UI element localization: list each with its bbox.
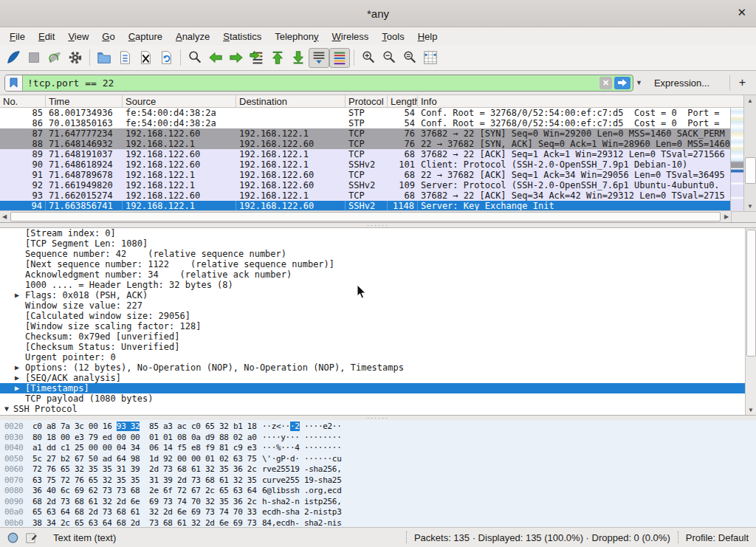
detail-line[interactable]: [Calculated window size: 29056] (0, 311, 756, 321)
detail-line[interactable]: Checksum: 0x79ed [unverified] (0, 331, 756, 342)
packet-row-88[interactable]: 8871.648146932192.168.122.1192.168.122.6… (0, 139, 731, 149)
column-header-no[interactable]: No. (0, 95, 46, 107)
menu-edit[interactable]: Edit (32, 30, 61, 44)
packet-row-89[interactable]: 8971.648191037192.168.122.60192.168.122.… (0, 149, 731, 159)
details-vertical-scrollbar[interactable]: ▼ (745, 228, 756, 415)
go-first-packet-button[interactable] (267, 48, 288, 68)
go-last-packet-button[interactable] (288, 48, 309, 68)
packet-row-87[interactable]: 8771.647777234192.168.122.60192.168.122.… (0, 128, 731, 139)
menu-analyze[interactable]: Analyze (169, 30, 216, 44)
open-file-button[interactable] (94, 48, 114, 68)
column-header-protocol[interactable]: Protocol (346, 95, 388, 107)
expand-arrow-icon[interactable]: ▶ (15, 383, 19, 393)
packet-row-94-selected[interactable]: 9471.663856741192.168.122.1192.168.122.6… (0, 201, 731, 211)
expand-arrow-icon[interactable]: ▶ (15, 362, 19, 373)
detail-line[interactable]: [Next sequence number: 1122 (relative se… (0, 259, 756, 269)
capture-options-button[interactable] (65, 48, 86, 68)
hex-row[interactable]: 007063 75 72 76 65 32 35 35 31 39 2d 73 … (0, 475, 756, 486)
filter-bookmark-button[interactable] (5, 75, 23, 91)
detail-line[interactable]: [Stream index: 0] (0, 228, 756, 238)
hex-row[interactable]: 0040a1 dd c1 25 00 00 04 34 06 14 f5 e8 … (0, 443, 756, 454)
menu-statistics[interactable]: Statistics (216, 30, 268, 44)
detail-line[interactable]: Urgent pointer: 0 (0, 352, 756, 362)
filter-history-caret-icon[interactable]: ▼ (636, 79, 642, 86)
expression-button[interactable]: Expression... (654, 78, 709, 89)
scroll-left-icon[interactable]: ◀ (0, 213, 9, 220)
restart-capture-button[interactable] (44, 48, 65, 68)
detail-line-ssh-version[interactable]: ▶SSH Version 2 (encryption:chacha20-poly… (0, 414, 756, 416)
detail-line[interactable]: 1000 .... = Header Length: 32 bytes (8) (0, 280, 756, 290)
detail-line[interactable]: Acknowledgment number: 34 (relative ack … (0, 269, 756, 280)
column-header-source[interactable]: Source (123, 95, 236, 107)
column-header-info[interactable]: Info (418, 95, 744, 107)
hex-row[interactable]: 003080 18 00 e3 79 ed 00 00 01 01 08 0a … (0, 433, 756, 444)
filter-clear-button[interactable]: ✕ (599, 77, 612, 89)
packet-row-85[interactable]: 8568.001734936fe:54:00:d4:38:2aSTP54Conf… (0, 108, 731, 118)
menu-file[interactable]: File (3, 30, 32, 44)
packet-row-93[interactable]: 9371.662015274192.168.122.60192.168.122.… (0, 190, 731, 201)
hex-row[interactable]: 006072 76 65 32 35 35 31 39 2d 73 68 61 … (0, 464, 756, 475)
scrollbar-thumb[interactable] (746, 230, 756, 357)
hex-row[interactable]: 008036 40 6c 69 62 73 73 68 2e 6f 72 67 … (0, 486, 756, 497)
detail-line-options[interactable]: ▶Options: (12 bytes), No-Operation (NOP)… (0, 362, 756, 373)
intelligent-scrollbar-minimap[interactable] (730, 108, 744, 211)
detail-line-flags[interactable]: ▶Flags: 0x018 (PSH, ACK) (0, 290, 756, 300)
detail-line[interactable]: TCP payload (1080 bytes) (0, 393, 756, 404)
scroll-down-icon[interactable]: ▼ (744, 201, 756, 211)
go-forward-button[interactable] (226, 48, 247, 68)
column-header-destination[interactable]: Destination (236, 95, 346, 107)
stop-capture-button[interactable] (24, 48, 44, 68)
packet-list-vertical-scrollbar[interactable]: ▲ ▼ (743, 95, 756, 211)
menu-view[interactable]: View (61, 30, 95, 44)
resize-columns-button[interactable] (420, 48, 441, 68)
zoom-out-button[interactable] (379, 48, 399, 68)
auto-scroll-button[interactable] (309, 48, 329, 68)
column-header-time[interactable]: Time (46, 95, 123, 107)
filter-apply-button[interactable] (614, 77, 630, 89)
packet-list-horizontal-scrollbar[interactable]: ◀ ▶ (0, 210, 731, 222)
close-file-button[interactable] (135, 48, 156, 68)
save-file-button[interactable] (114, 48, 135, 68)
detail-line[interactable]: Window size value: 227 (0, 300, 756, 311)
scroll-right-icon[interactable]: ▶ (722, 213, 731, 220)
hex-row[interactable]: 009068 2d 73 68 61 32 2d 6e 69 73 74 70 … (0, 497, 756, 508)
filter-text[interactable]: !tcp.port == 22 (23, 78, 599, 89)
reload-file-button[interactable] (156, 48, 176, 68)
profile-button[interactable]: Profile: Default (686, 532, 756, 543)
capture-comment-button[interactable] (26, 532, 37, 543)
packet-row-91[interactable]: 9171.648789678192.168.122.1192.168.122.6… (0, 170, 731, 180)
hex-row[interactable]: 0020c0 a8 7a 3c 00 16 93 32 85 a3 ac c0 … (0, 422, 756, 433)
add-filter-button[interactable]: + (729, 75, 752, 90)
expert-info-button[interactable] (7, 532, 18, 543)
scrollbar-thumb[interactable] (10, 212, 721, 221)
start-capture-button[interactable] (3, 48, 24, 68)
display-filter-input[interactable]: !tcp.port == 22 ✕ (4, 75, 633, 92)
find-packet-button[interactable] (185, 48, 205, 68)
hex-row[interactable]: 00a065 63 64 68 2d 73 68 61 32 2d 6e 69 … (0, 507, 756, 518)
packet-row-90[interactable]: 9071.648618924192.168.122.60192.168.122.… (0, 159, 731, 170)
hex-row[interactable]: 00b038 34 2c 65 63 64 68 2d 73 68 61 32 … (0, 518, 756, 529)
expand-arrow-icon[interactable]: ▶ (15, 414, 19, 416)
zoom-in-button[interactable] (358, 48, 379, 68)
hex-row[interactable]: 00505c 27 b2 67 50 ad 64 98 1d 92 00 00 … (0, 454, 756, 465)
menu-telephony[interactable]: Telephony (268, 30, 325, 44)
scroll-up-icon[interactable]: ▲ (744, 95, 756, 106)
packet-row-86[interactable]: 8670.013850163fe:54:00:d4:38:2aSTP54Conf… (0, 118, 731, 128)
expand-arrow-icon[interactable]: ▶ (15, 290, 19, 300)
detail-line[interactable]: Sequence number: 42 (relative sequence n… (0, 249, 756, 259)
collapse-arrow-icon[interactable]: ▼ (4, 404, 9, 414)
menu-capture[interactable]: Capture (122, 30, 169, 44)
scrollbar-thumb[interactable] (745, 157, 756, 184)
column-header-length[interactable]: Length (388, 95, 418, 107)
scroll-down-icon[interactable]: ▼ (746, 407, 756, 413)
detail-line-seq-ack[interactable]: ▶[SEQ/ACK analysis] (0, 373, 756, 383)
expand-arrow-icon[interactable]: ▶ (15, 373, 19, 383)
go-to-packet-button[interactable] (247, 48, 267, 68)
menu-tools[interactable]: Tools (375, 30, 410, 44)
detail-line[interactable]: [Checksum Status: Unverified] (0, 342, 756, 352)
menu-go[interactable]: Go (95, 30, 121, 44)
close-icon[interactable]: ✕ (737, 6, 746, 19)
detail-line-ssh-protocol[interactable]: ▼SSH Protocol (0, 404, 756, 414)
go-back-button[interactable] (205, 48, 226, 68)
colorize-button[interactable] (329, 48, 350, 68)
